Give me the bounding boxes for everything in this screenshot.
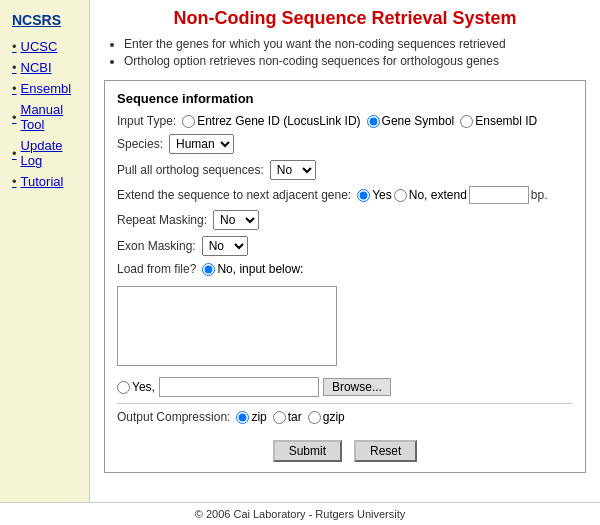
footer: © 2006 Cai Laboratory - Rutgers Universi… xyxy=(0,502,600,525)
radio-load-yes[interactable] xyxy=(117,381,130,394)
extend-row: Extend the sequence to next adjacent gen… xyxy=(117,186,573,204)
input-type-label: Input Type: xyxy=(117,114,176,128)
output-group: zip tar gzip xyxy=(236,410,344,424)
radio-entrez[interactable] xyxy=(182,115,195,128)
radio-gzip[interactable] xyxy=(308,411,321,424)
radio-load-no[interactable] xyxy=(202,263,215,276)
intro-item-1: Enter the genes for which you want the n… xyxy=(124,37,586,51)
textarea-container xyxy=(117,282,573,373)
bp-label: bp. xyxy=(531,188,548,202)
submit-row: Submit Reset xyxy=(117,434,573,462)
sidebar-item-ucsc[interactable]: UCSC xyxy=(0,36,69,57)
sidebar-item-manual-tool[interactable]: Manual Tool xyxy=(0,99,89,135)
radio-extend-no[interactable] xyxy=(394,189,407,202)
output-row: Output Compression: zip tar gzip xyxy=(117,410,573,424)
intro-item-2: Ortholog option retrieves non-coding seq… xyxy=(124,54,586,68)
input-type-symbol[interactable]: Gene Symbol xyxy=(367,114,455,128)
ortholog-label: Pull all ortholog sequences: xyxy=(117,163,264,177)
sidebar-item-ncbi[interactable]: NCBI xyxy=(0,57,64,78)
load-file-label: Load from file? xyxy=(117,262,196,276)
submit-button[interactable]: Submit xyxy=(273,440,342,462)
radio-ensembl[interactable] xyxy=(460,115,473,128)
section-title: Sequence information xyxy=(117,91,573,106)
tar-label: tar xyxy=(288,410,302,424)
input-type-ensembl[interactable]: Ensembl ID xyxy=(460,114,537,128)
sidebar-item-tutorial[interactable]: Tutorial xyxy=(0,171,75,192)
browse-button[interactable]: Browse... xyxy=(323,378,391,396)
extend-no-label[interactable]: No, extend xyxy=(394,188,467,202)
symbol-label: Gene Symbol xyxy=(382,114,455,128)
repeat-row: Repeat Masking: No Yes xyxy=(117,210,573,230)
extend-no-text: No, extend xyxy=(409,188,467,202)
extend-label: Extend the sequence to next adjacent gen… xyxy=(117,188,351,202)
output-zip[interactable]: zip xyxy=(236,410,266,424)
load-no-text: No, input below: xyxy=(217,262,303,276)
sidebar-title: NCSRS xyxy=(0,8,73,36)
file-path-input[interactable] xyxy=(159,377,319,397)
extend-yes-label[interactable]: Yes xyxy=(357,188,392,202)
footer-text: © 2006 Cai Laboratory - Rutgers Universi… xyxy=(195,508,405,520)
form-section: Sequence information Input Type: Entrez … xyxy=(104,80,586,473)
ensembl-label: Ensembl ID xyxy=(475,114,537,128)
load-yes-option[interactable]: Yes, xyxy=(117,380,155,394)
species-select[interactable]: Human Mouse Rat xyxy=(169,134,234,154)
load-yes-text: Yes, xyxy=(132,380,155,394)
reset-button[interactable]: Reset xyxy=(354,440,417,462)
species-row: Species: Human Mouse Rat xyxy=(117,134,573,154)
output-gzip[interactable]: gzip xyxy=(308,410,345,424)
ortholog-select[interactable]: No Yes xyxy=(270,160,316,180)
zip-label: zip xyxy=(251,410,266,424)
extend-yes-text: Yes xyxy=(372,188,392,202)
output-tar[interactable]: tar xyxy=(273,410,302,424)
intro-list: Enter the genes for which you want the n… xyxy=(104,37,586,68)
sidebar-item-update-log[interactable]: Update Log xyxy=(0,135,89,171)
gzip-label: gzip xyxy=(323,410,345,424)
input-type-row: Input Type: Entrez Gene ID (LocusLink ID… xyxy=(117,114,573,128)
extend-bp-input[interactable] xyxy=(469,186,529,204)
exon-select[interactable]: No Yes xyxy=(202,236,248,256)
input-type-group: Entrez Gene ID (LocusLink ID) Gene Symbo… xyxy=(182,114,537,128)
repeat-label: Repeat Masking: xyxy=(117,213,207,227)
exon-label: Exon Masking: xyxy=(117,239,196,253)
repeat-select[interactable]: No Yes xyxy=(213,210,259,230)
browse-row: Yes, Browse... xyxy=(117,377,573,397)
load-no-option[interactable]: No, input below: xyxy=(202,262,303,276)
divider xyxy=(117,403,573,404)
species-label: Species: xyxy=(117,137,163,151)
ortholog-row: Pull all ortholog sequences: No Yes xyxy=(117,160,573,180)
load-file-row: Load from file? No, input below: xyxy=(117,262,573,276)
radio-extend-yes[interactable] xyxy=(357,189,370,202)
input-type-entrez[interactable]: Entrez Gene ID (LocusLink ID) xyxy=(182,114,360,128)
sidebar: NCSRS UCSC NCBI Ensembl Manual Tool Upda… xyxy=(0,0,90,502)
page-title: Non-Coding Sequence Retrieval System xyxy=(104,8,586,29)
output-label: Output Compression: xyxy=(117,410,230,424)
sidebar-item-ensembl[interactable]: Ensembl xyxy=(0,78,83,99)
radio-zip[interactable] xyxy=(236,411,249,424)
gene-input-textarea[interactable] xyxy=(117,286,337,366)
exon-row: Exon Masking: No Yes xyxy=(117,236,573,256)
entrez-label: Entrez Gene ID (LocusLink ID) xyxy=(197,114,360,128)
main-content: Non-Coding Sequence Retrieval System Ent… xyxy=(90,0,600,502)
radio-symbol[interactable] xyxy=(367,115,380,128)
radio-tar[interactable] xyxy=(273,411,286,424)
